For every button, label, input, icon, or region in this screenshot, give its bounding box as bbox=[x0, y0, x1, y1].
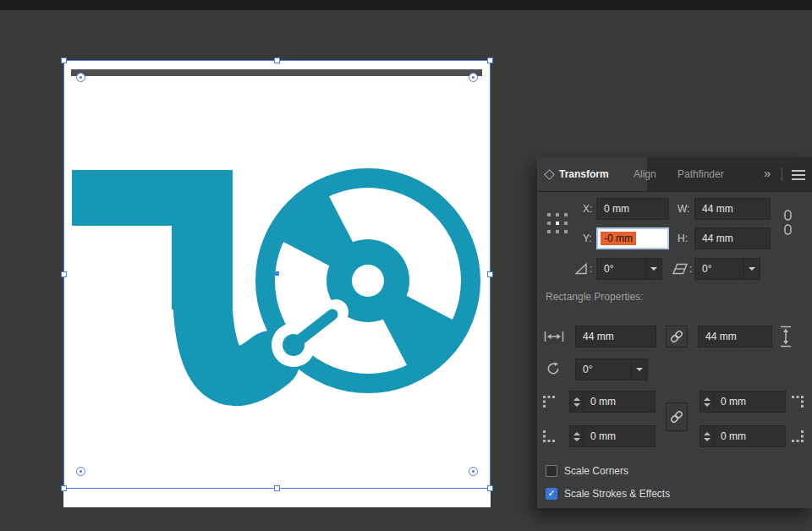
rotate-icon[interactable] bbox=[546, 361, 561, 376]
corner-bottom-right-icon bbox=[791, 430, 804, 443]
rect-height-field[interactable]: 44 mm bbox=[698, 326, 772, 348]
scale-strokes-checkbox[interactable] bbox=[546, 488, 557, 500]
scale-corners-label: Scale Corners bbox=[564, 465, 628, 477]
shear-colon: : bbox=[689, 258, 692, 280]
corner-tr-value: 0 mm bbox=[714, 396, 746, 408]
corner-widget-dot bbox=[472, 76, 475, 79]
corner-bl-value: 0 mm bbox=[584, 430, 616, 442]
y-field[interactable]: -0 mm bbox=[596, 227, 669, 249]
top-dark-strip bbox=[0, 0, 812, 10]
x-value: 0 mm bbox=[597, 203, 629, 215]
corner-tr-field[interactable]: 0 mm bbox=[700, 391, 786, 413]
tab-label: Transform bbox=[559, 168, 609, 180]
corner-widget-dot bbox=[472, 470, 475, 473]
corner-br-value: 0 mm bbox=[714, 430, 746, 442]
panel-menu-icon[interactable] bbox=[792, 170, 805, 183]
live-corner-widget-top-right[interactable] bbox=[469, 73, 478, 82]
tab-label: Align bbox=[634, 168, 656, 180]
panel-collapse-icon[interactable]: » bbox=[764, 157, 771, 191]
tab-pathfinder[interactable]: Pathfinder bbox=[671, 157, 731, 191]
height-icon bbox=[779, 326, 793, 348]
link-width-height-button[interactable] bbox=[666, 326, 688, 348]
corner-tl-field[interactable]: 0 mm bbox=[569, 391, 656, 413]
width-icon bbox=[544, 330, 564, 343]
corner-top-left-icon bbox=[542, 395, 556, 408]
panel-toggle-icon bbox=[544, 169, 555, 180]
link-corners-button[interactable] bbox=[666, 402, 688, 431]
live-corner-widget-top-left[interactable] bbox=[76, 73, 85, 82]
rect-width-value: 44 mm bbox=[576, 331, 614, 342]
transform-panel: Transform Align Pathfinder » X: 0 mm W: … bbox=[537, 157, 812, 508]
stepper-control[interactable] bbox=[700, 426, 714, 446]
live-corner-widget-bottom-left[interactable] bbox=[76, 467, 85, 476]
application-canvas: Transform Align Pathfinder » X: 0 mm W: … bbox=[0, 0, 812, 531]
shear-value: 0° bbox=[695, 263, 711, 275]
rect-angle-field[interactable]: 0° bbox=[575, 359, 648, 380]
shear-field[interactable]: 0° bbox=[694, 258, 760, 280]
rect-height-value: 44 mm bbox=[699, 331, 737, 342]
corner-bottom-left-icon bbox=[542, 430, 556, 443]
corner-bl-field[interactable]: 0 mm bbox=[569, 425, 656, 447]
section-label: Rectangle Properties: bbox=[546, 291, 643, 303]
stepper-control[interactable] bbox=[700, 391, 714, 412]
tab-align[interactable]: Align bbox=[627, 157, 663, 191]
rotate-field[interactable]: 0° bbox=[596, 258, 662, 280]
selection-handle-middle-left[interactable] bbox=[61, 271, 67, 277]
tab-label: Pathfinder bbox=[678, 168, 724, 180]
rotation-angle-icon bbox=[574, 263, 588, 275]
scale-corners-checkbox[interactable] bbox=[546, 465, 557, 477]
y-label: Y: bbox=[583, 227, 592, 249]
corner-widget-dot bbox=[80, 470, 82, 473]
scale-strokes-label: Scale Strokes & Effects bbox=[564, 488, 670, 500]
selection-handle-middle-right[interactable] bbox=[487, 271, 493, 277]
w-field[interactable]: 44 mm bbox=[694, 198, 771, 220]
rect-width-field[interactable]: 44 mm bbox=[575, 326, 656, 348]
h-value: 44 mm bbox=[695, 233, 733, 244]
reference-point-grid[interactable] bbox=[547, 213, 568, 233]
chain-link-icon bbox=[670, 330, 683, 343]
selection-handle-bottom-left[interactable] bbox=[61, 485, 67, 491]
selection-handle-top-right[interactable] bbox=[487, 57, 493, 63]
x-field[interactable]: 0 mm bbox=[596, 198, 669, 220]
live-corner-widget-bottom-right[interactable] bbox=[469, 467, 478, 476]
x-label: X: bbox=[583, 198, 592, 220]
rotate-value: 0° bbox=[597, 263, 613, 275]
corner-br-field[interactable]: 0 mm bbox=[700, 425, 786, 447]
selection-handle-bottom-center[interactable] bbox=[274, 485, 280, 491]
chevron-down-icon[interactable] bbox=[631, 359, 647, 380]
object-center-point[interactable] bbox=[275, 271, 279, 276]
rect-angle-value: 0° bbox=[576, 364, 592, 375]
selection-handle-top-left[interactable] bbox=[61, 57, 67, 63]
header-divider bbox=[782, 167, 782, 181]
shear-icon bbox=[672, 263, 688, 275]
constrain-proportions-icon[interactable] bbox=[781, 208, 794, 237]
selection-handle-bottom-right[interactable] bbox=[487, 485, 493, 491]
w-label: W: bbox=[678, 198, 689, 220]
rotation-colon: : bbox=[590, 258, 592, 280]
h-field[interactable]: 44 mm bbox=[694, 227, 771, 249]
y-value-selected: -0 mm bbox=[601, 232, 636, 245]
stepper-control[interactable] bbox=[570, 426, 584, 446]
h-label: H: bbox=[678, 227, 688, 249]
corner-top-right-icon bbox=[791, 395, 804, 408]
panel-header: Transform Align Pathfinder » bbox=[537, 157, 812, 192]
w-value: 44 mm bbox=[695, 203, 733, 215]
chevron-down-icon[interactable] bbox=[743, 259, 760, 279]
chevron-down-icon[interactable] bbox=[645, 259, 661, 279]
corner-widget-dot bbox=[80, 76, 82, 79]
selection-handle-top-center[interactable] bbox=[274, 57, 280, 63]
chain-link-icon bbox=[670, 410, 683, 424]
stepper-control[interactable] bbox=[570, 391, 584, 412]
corner-tl-value: 0 mm bbox=[584, 396, 616, 408]
